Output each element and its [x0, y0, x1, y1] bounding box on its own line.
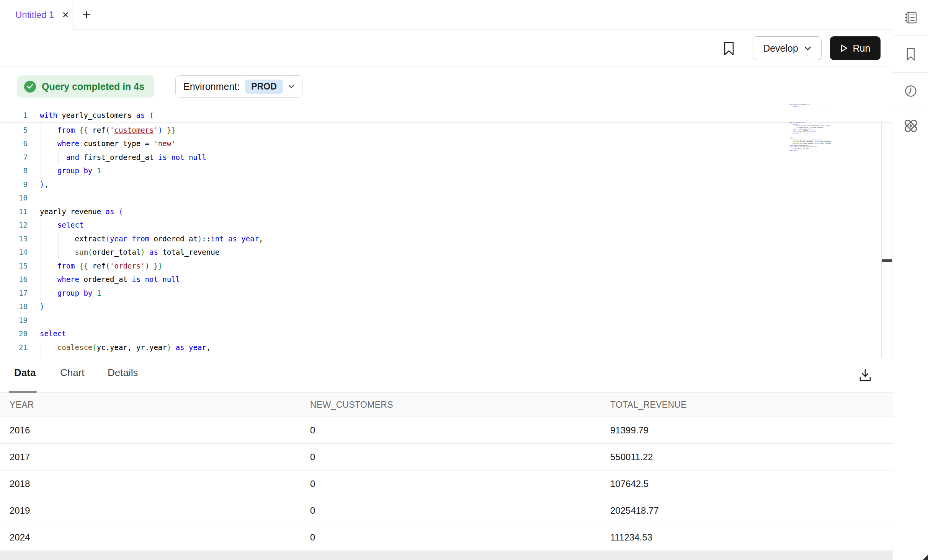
code-token: from — [57, 262, 75, 270]
code-line[interactable]: 21coalesce(yc.year, yr.year) as year, — [0, 340, 881, 354]
resize-corner-handle[interactable] — [923, 555, 928, 560]
sql-editor[interactable]: Query completed in 4s Environment: PROD … — [0, 67, 893, 358]
code-line[interactable]: 15from {{ ref('orders') }} — [0, 259, 881, 273]
code-line[interactable]: 5from {{ ref('customers') }} — [0, 123, 881, 137]
cell-new-customers: 0 — [310, 532, 315, 543]
tab-untitled-1[interactable]: Untitled 1 ✕ — [0, 0, 74, 30]
bookmarks-panel-button[interactable] — [893, 36, 928, 73]
history-panel-button[interactable] — [893, 73, 928, 109]
code-token: ) — [167, 343, 171, 352]
ref-link[interactable]: customers — [114, 126, 154, 134]
bookmark-button[interactable] — [721, 40, 737, 57]
line-number: 10 — [0, 194, 34, 202]
code-line[interactable]: 1with yearly_customers as ( — [0, 108, 154, 122]
code-line[interactable]: 16where ordered_at is not null — [0, 273, 881, 287]
code-token: year — [189, 343, 206, 352]
code-token: ' — [141, 262, 145, 270]
code-token — [162, 126, 167, 134]
code-token: 1 — [97, 289, 101, 297]
code-token: extract — [75, 234, 106, 243]
indent-guide — [41, 123, 41, 137]
code-token: group by — [57, 166, 93, 175]
code-line[interactable]: 13extract(year from ordered_at)::int as … — [0, 232, 881, 246]
code-token — [75, 126, 79, 134]
code-line[interactable]: 14sum(order_total) as total_revenue — [0, 246, 881, 259]
develop-label: Develop — [763, 43, 798, 54]
code-token: ( — [106, 126, 110, 134]
code-token — [127, 234, 132, 243]
code-token: as — [149, 248, 158, 256]
horizontal-scrollbar-track[interactable] — [0, 551, 893, 560]
code-token — [237, 234, 241, 243]
line-number: 21 — [0, 343, 34, 352]
line-number: 12 — [0, 221, 34, 229]
code-line[interactable]: 17group by 1 — [0, 286, 881, 300]
close-icon[interactable]: ✕ — [62, 10, 69, 20]
code-line[interactable]: 18) — [0, 300, 881, 314]
code-lines[interactable]: 5from {{ ref('customers') }}6where custo… — [0, 123, 881, 358]
code-line[interactable]: 10 — [0, 191, 881, 205]
editor-scrollbar[interactable] — [881, 108, 892, 358]
column-header-year[interactable]: YEAR — [10, 400, 34, 410]
bookmark-icon — [905, 47, 917, 61]
environment-value-badge: PROD — [245, 80, 283, 94]
download-button[interactable] — [857, 367, 874, 384]
tab-bar: Untitled 1 ✕ + — [0, 0, 893, 30]
code-token — [92, 289, 96, 297]
code-line[interactable]: 12select — [0, 218, 881, 232]
code-line[interactable]: 11yearly_revenue as ( — [0, 205, 881, 218]
new-tab-button[interactable]: + — [77, 0, 96, 30]
table-row[interactable]: 2024 0 111234.53 — [0, 524, 893, 551]
table-row[interactable]: 2016 0 91399.79 — [0, 417, 893, 444]
column-header-total-revenue[interactable]: TOTAL_REVENUE — [610, 400, 687, 410]
bookmark-icon — [723, 41, 735, 56]
environment-selector[interactable]: Environment: PROD — [175, 75, 302, 98]
code-token: ) — [145, 262, 149, 270]
code-token: yc.year, yr.year — [97, 343, 167, 352]
tab-data[interactable]: Data — [14, 367, 36, 379]
code-token: 1 — [97, 166, 101, 175]
cell-new-customers: 0 — [310, 505, 315, 516]
line-number: 19 — [0, 316, 34, 324]
lineage-panel-button[interactable] — [893, 109, 928, 142]
column-header-new-customers[interactable]: NEW_CUSTOMERS — [310, 400, 393, 410]
code-line[interactable]: 20select — [0, 327, 881, 341]
code-token: yearly_revenue — [40, 207, 106, 216]
code-token: ' — [110, 262, 114, 270]
ref-link[interactable]: orders — [114, 262, 141, 270]
table-row[interactable]: 2017 0 550011.22 — [0, 444, 893, 470]
code-token: is not null — [132, 275, 180, 283]
code-token: int — [211, 234, 224, 243]
code-token: as — [176, 343, 185, 352]
code-line[interactable]: 19 — [0, 313, 881, 327]
scrollbar-thumb[interactable] — [882, 259, 892, 262]
indent-guide — [41, 273, 41, 287]
run-button[interactable]: Run — [830, 36, 881, 60]
cell-new-customers: 0 — [310, 425, 315, 436]
code-token — [185, 343, 189, 352]
indent-guide — [41, 246, 41, 259]
code-token: { — [83, 262, 88, 270]
table-row[interactable]: 2019 0 2025418.77 — [0, 497, 893, 524]
code-token — [149, 262, 154, 270]
tab-chart[interactable]: Chart — [60, 367, 85, 379]
notebook-panel-button[interactable] — [893, 0, 928, 36]
code-line[interactable]: 7and first_ordered_at is not null — [0, 150, 881, 164]
code-token: order_total — [92, 248, 141, 256]
code-line[interactable]: 8group by 1 — [0, 164, 881, 178]
code-line[interactable]: 9), — [0, 177, 881, 191]
code-token: { — [79, 126, 83, 134]
tab-details[interactable]: Details — [108, 367, 138, 379]
table-row[interactable]: 2018 0 107642.5 — [0, 470, 893, 497]
code-token — [224, 234, 228, 243]
code-line[interactable]: 22coalesce(yc.new_customers, 0) as new_c… — [0, 354, 881, 358]
line-number: 13 — [0, 234, 34, 243]
develop-button[interactable]: Develop — [753, 36, 822, 60]
line-number: 7 — [0, 153, 34, 161]
code-line[interactable]: 6where customer_type = 'new' — [0, 137, 881, 151]
line-number: 20 — [0, 329, 34, 338]
sticky-code-line[interactable]: 1with yearly_customers as ( — [0, 108, 893, 122]
cell-year: 2019 — [10, 505, 30, 516]
code-token: select — [57, 221, 84, 229]
code-token: :: — [202, 234, 211, 243]
